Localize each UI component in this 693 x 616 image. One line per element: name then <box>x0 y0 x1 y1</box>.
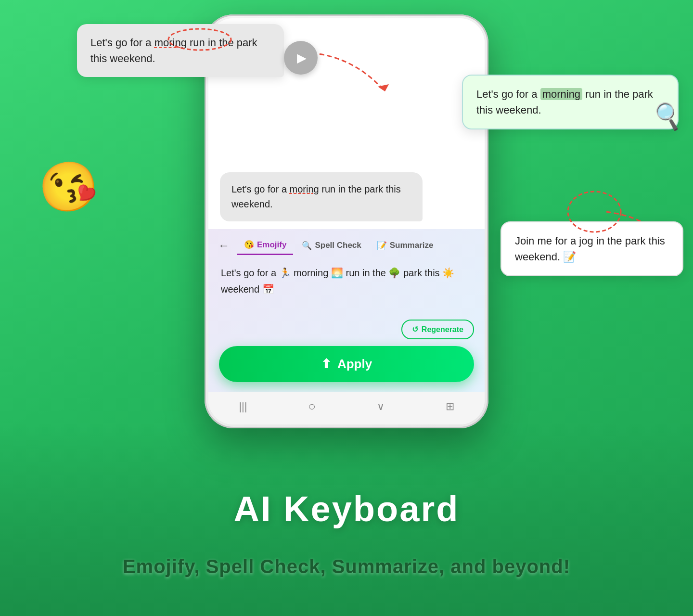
keyboard-panel: ← 😘 Emojify 🔍 Spell Check 📝 Summarize Le… <box>208 229 485 392</box>
main-subtitle: Emojify, Spell Check, Summarize, and bey… <box>0 556 693 578</box>
bottom-subtitle-area: Emojify, Spell Check, Summarize, and bey… <box>0 556 693 578</box>
regenerate-button[interactable]: ↺ Regenerate <box>401 320 474 339</box>
nav-back-icon[interactable]: ||| <box>239 400 247 413</box>
summarize-tab-icon: 📝 <box>377 241 387 251</box>
misspelling-circle <box>166 26 233 53</box>
apply-button[interactable]: ⬆ Apply <box>219 346 474 382</box>
tab-emojify[interactable]: 😘 Emojify <box>237 236 293 255</box>
spell-tab-label: Spell Check <box>315 241 361 250</box>
emojify-tab-label: Emojify <box>257 240 286 250</box>
chat-misspelled: moring <box>290 184 319 194</box>
regenerate-row: ↺ Regenerate <box>208 318 485 346</box>
summarize-tab-label: Summarize <box>390 241 434 250</box>
regenerate-label: Regenerate <box>422 325 463 334</box>
emojified-text-area: Let's go for a 🏃 morning 🌅 run in the 🌳 … <box>208 255 485 318</box>
back-button[interactable]: ← <box>218 239 230 252</box>
spell-tab-icon: 🔍 <box>302 241 312 251</box>
summarize-circle <box>565 188 623 236</box>
nav-home-icon[interactable]: ○ <box>308 399 316 414</box>
ai-tabs-bar: ← 😘 Emojify 🔍 Spell Check 📝 Summarize <box>208 229 485 255</box>
apply-label: Apply <box>337 357 372 372</box>
bottom-title-area: AI Keyboard <box>0 488 693 529</box>
regenerate-icon: ↺ <box>412 325 418 334</box>
spellcheck-text: Let's go for a morning run in the park t… <box>476 88 653 116</box>
spellcheck-bubble: Let's go for a morning run in the park t… <box>462 75 679 129</box>
svg-point-0 <box>168 29 231 50</box>
tab-spell-check[interactable]: 🔍 Spell Check <box>295 237 368 255</box>
apply-button-wrapper: ⬆ Apply <box>219 346 474 382</box>
svg-marker-1 <box>378 84 389 91</box>
emojified-text: Let's go for a 🏃 morning 🌅 run in the 🌳 … <box>221 268 454 295</box>
emoji-face: 😘 <box>34 154 103 220</box>
tab-summarize[interactable]: 📝 Summarize <box>370 237 440 255</box>
send-button[interactable] <box>284 41 318 75</box>
summarize-text: Join me for a jog in the park this weeke… <box>515 235 665 263</box>
nav-recents-icon[interactable]: ∨ <box>377 400 385 413</box>
chat-bubble-original: Let's go for a moring run in the park th… <box>220 172 423 221</box>
nav-bar: ||| ○ ∨ ⊞ <box>208 392 485 424</box>
svg-point-2 <box>568 192 621 232</box>
nav-keyboard-icon[interactable]: ⊞ <box>446 400 454 413</box>
main-title: AI Keyboard <box>0 488 693 529</box>
corrected-word: morning <box>540 88 582 100</box>
emojify-tab-icon: 😘 <box>244 240 254 250</box>
apply-icon: ⬆ <box>321 357 332 372</box>
chat-original-text: Let's go for a moring run in the park th… <box>231 184 401 209</box>
